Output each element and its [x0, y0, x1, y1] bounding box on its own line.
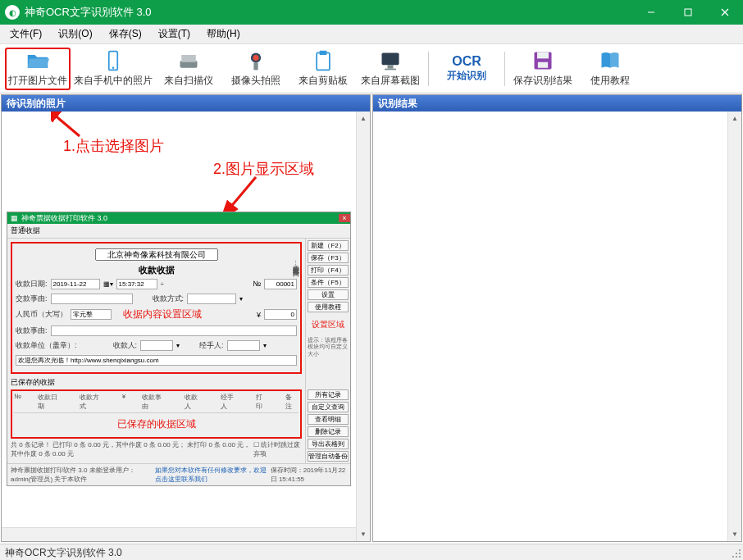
status-text: 神奇OCR文字识别软件 3.0	[5, 547, 122, 558]
from-phone-button[interactable]: 来自手机中的照片	[72, 48, 154, 90]
menubar: 文件(F) 识别(O) 保存(S) 设置(T) 帮助(H)	[0, 25, 743, 44]
menu-recognize[interactable]: 识别(O)	[55, 25, 95, 43]
inner-tab[interactable]: 普通收据	[7, 224, 350, 239]
no-label: №	[253, 280, 261, 288]
side-note: 提示：该程序各模块均可自定义大小	[308, 337, 349, 357]
svg-point-9	[253, 55, 259, 61]
left-scrollbar-h[interactable]	[2, 527, 356, 541]
monitor-icon	[379, 49, 402, 72]
from-screenshot-button[interactable]: 来自屏幕截图	[358, 48, 423, 90]
pay-method-input[interactable]	[187, 294, 236, 304]
menu-help[interactable]: 帮助(H)	[203, 25, 244, 43]
right-panel: 识别结果 ▲▼	[372, 94, 742, 542]
right-panel-title: 识别结果	[373, 95, 741, 112]
reason-label: 收款事由:	[16, 326, 48, 336]
svg-point-23	[739, 553, 741, 554]
handler-input[interactable]	[227, 340, 260, 351]
side-btn-save[interactable]: 保存（F3）	[308, 253, 349, 263]
from-camera-button[interactable]: 摄像头拍照	[223, 48, 289, 90]
minimize-button[interactable]	[632, 0, 669, 25]
handler-label: 经手人:	[199, 340, 224, 351]
right-panel-body	[373, 112, 741, 541]
svg-rect-12	[320, 51, 327, 55]
date-input[interactable]	[51, 279, 100, 289]
close-button[interactable]	[706, 0, 743, 25]
statusbar: 神奇OCR文字识别软件 3.0	[0, 544, 743, 560]
inner-close-button[interactable]: ×	[339, 214, 350, 222]
open-image-label: 打开图片文件	[8, 74, 67, 88]
side-btn-new[interactable]: 新建（F2）	[308, 240, 349, 251]
inner-footer: 神奇票据收据打印软件 3.0 未能登录用户：admin(管理员) 关于本软件 如…	[7, 463, 350, 485]
saved-area-box: №收款日期收款方式¥收款事由收款人经手人打印备注 已保存的收据区域	[11, 389, 302, 439]
save-result-button[interactable]: 保存识别结果	[510, 48, 576, 90]
from-clipboard-label: 来自剪贴板	[299, 74, 348, 88]
left-panel-body: 1.点击选择图片 2.图片显示区域 ▦ 神奇票据收据打印软件 3.0 × 普通收…	[2, 112, 370, 541]
pay-method-label: 收款方式:	[153, 294, 185, 304]
clipboard-icon	[312, 49, 335, 72]
svg-rect-18	[538, 62, 548, 68]
from-scanner-button[interactable]: 来自扫描仪	[156, 48, 221, 90]
menu-settings[interactable]: 设置(T)	[155, 25, 194, 43]
side-btn-cond[interactable]: 条件（F5）	[308, 277, 349, 288]
time-input[interactable]	[116, 279, 157, 289]
inner-window: ▦ 神奇票据收据打印软件 3.0 × 普通收据 收款收据 收款日期: ▦▾	[7, 212, 351, 486]
app-icon: ◐	[5, 5, 20, 20]
side-btn-print[interactable]: 打印（F4）	[308, 265, 349, 275]
toolbar-divider	[504, 52, 505, 86]
toolbar: 打开图片文件 来自手机中的照片 来自扫描仪 摄像头拍照 来自剪贴板 来自屏幕截图…	[0, 44, 743, 93]
menu-save[interactable]: 保存(S)	[106, 25, 145, 43]
date-label: 收款日期:	[16, 279, 48, 289]
phone-icon	[102, 49, 125, 72]
no-input[interactable]	[264, 279, 297, 289]
company-input[interactable]	[95, 248, 218, 261]
inner-sidebar: 新建（F2） 保存（F3） 打印（F4） 条件（F5） 设置 使用教程 设置区域…	[305, 239, 350, 463]
maximize-button[interactable]	[669, 0, 706, 25]
save-icon	[531, 49, 554, 72]
summary-text: 共 0 条记录！ 已打印 0 条 0.00 元，其中作废 0 条 0.00 元；…	[11, 440, 253, 458]
open-image-button[interactable]: 打开图片文件	[5, 48, 71, 90]
left-panel-title: 待识别的照片	[2, 95, 370, 112]
svg-point-26	[739, 556, 741, 558]
inner-title: 神奇票据收据打印软件 3.0	[21, 213, 107, 224]
settings-area-label: 设置区域	[308, 319, 349, 330]
content-area-label: 收据内容设置区域	[123, 307, 202, 321]
svg-rect-13	[382, 52, 399, 65]
rmb-label: 人民币（大写）	[16, 309, 67, 320]
svg-line-19	[53, 114, 80, 136]
tutorial-button[interactable]: 使用教程	[577, 48, 643, 90]
svg-point-22	[736, 553, 737, 554]
svg-rect-15	[385, 69, 396, 71]
unit-label: 收款单位（盖章）:	[16, 340, 77, 351]
side-btn-tutorial[interactable]: 使用教程	[308, 302, 349, 312]
book-icon	[599, 49, 622, 72]
right-scrollbar[interactable]: ▲▼	[727, 112, 741, 541]
start-recognize-button[interactable]: OCR 开始识别	[434, 48, 499, 90]
svg-point-24	[732, 556, 734, 558]
ocr-icon: OCR	[452, 54, 481, 69]
saved-title: 已保存的收据	[11, 377, 302, 388]
from-phone-label: 来自手机中的照片	[74, 74, 153, 88]
save-result-label: 保存识别结果	[513, 74, 572, 88]
welcome-input[interactable]	[16, 355, 297, 366]
svg-rect-11	[317, 52, 330, 70]
main-panels: 待识别的照片 1.点击选择图片 2.图片显示区域 ▦ 神奇票据收据打印软件 3.…	[0, 93, 743, 543]
collector-input[interactable]	[140, 340, 173, 351]
amount-input[interactable]	[264, 309, 297, 320]
from-clipboard-button[interactable]: 来自剪贴板	[290, 48, 356, 90]
receipt-title: 收款收据	[16, 262, 297, 278]
rmb-input[interactable]	[71, 309, 112, 320]
reason-input[interactable]	[51, 326, 297, 336]
svg-line-20	[230, 177, 256, 208]
svg-point-25	[736, 556, 737, 558]
scanner-icon	[177, 49, 200, 72]
resize-grip-icon[interactable]	[732, 549, 741, 558]
side-btn-settings[interactable]: 设置	[308, 289, 349, 300]
left-scrollbar[interactable]: ▲▼	[356, 112, 370, 541]
saved-area-label: 已保存的收据区域	[117, 417, 196, 431]
titlebar: ◐ 神奇OCR文字识别软件 3.0	[0, 0, 743, 25]
from-scanner-label: 来自扫描仪	[164, 74, 213, 88]
menu-file[interactable]: 文件(F)	[7, 25, 45, 43]
matter-input[interactable]	[51, 294, 133, 304]
toolbar-divider	[428, 52, 429, 86]
from-screenshot-label: 来自屏幕截图	[361, 74, 420, 88]
